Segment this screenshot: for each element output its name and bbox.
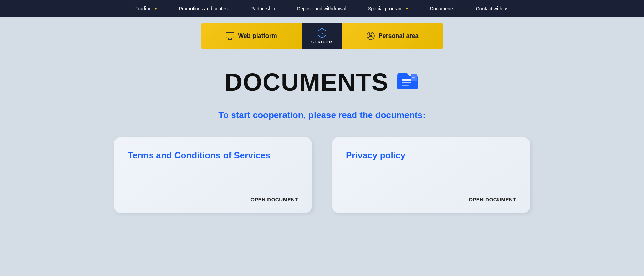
special-dropdown-arrow: [405, 8, 408, 10]
logo-text: STRIFOR: [311, 40, 333, 44]
page-title: DOCUMENTS: [225, 68, 389, 96]
nav-item-contact[interactable]: Contact with us: [465, 0, 520, 17]
svg-rect-0: [226, 32, 234, 38]
terms-open-document-link[interactable]: OPEN DOCUMENT: [128, 197, 298, 202]
cards-row: Terms and Conditions of Services OPEN DO…: [83, 137, 561, 213]
nav-item-deposit[interactable]: Deposit and withdrawal: [286, 0, 357, 17]
nav-special-label: Special program: [368, 6, 403, 11]
nav-partnership-label: Partnership: [251, 6, 275, 11]
nav-item-promotions[interactable]: Promotions and contest: [168, 0, 240, 17]
logo-icon: S: [317, 28, 327, 39]
svg-rect-10: [402, 82, 411, 83]
logo: S STRIFOR: [302, 23, 342, 49]
page-title-row: DOCUMENTS: [225, 68, 419, 96]
nav-trading-label: Trading: [136, 6, 152, 11]
nav-item-documents[interactable]: Documents: [419, 0, 465, 17]
nav-item-trading[interactable]: Trading: [125, 0, 168, 17]
nav-item-special[interactable]: Special program: [357, 0, 419, 17]
svg-rect-13: [412, 76, 416, 76]
person-icon: [367, 32, 375, 40]
nav-documents-label: Documents: [430, 6, 454, 11]
page-subtitle: To start cooperation, please read the do…: [218, 110, 426, 120]
documents-icon: [396, 69, 419, 96]
personal-area-label: Personal area: [378, 32, 418, 40]
terms-card-title: Terms and Conditions of Services: [128, 150, 298, 161]
nav-item-partnership[interactable]: Partnership: [240, 0, 286, 17]
svg-text:S: S: [321, 31, 324, 35]
personal-area-button[interactable]: Personal area: [342, 23, 443, 49]
svg-rect-14: [412, 77, 415, 78]
privacy-card[interactable]: Privacy policy OPEN DOCUMENT: [332, 137, 530, 213]
svg-rect-11: [402, 85, 409, 86]
nav-deposit-label: Deposit and withdrawal: [297, 6, 346, 11]
svg-point-6: [369, 33, 372, 36]
main-content: DOCUMENTS To start cooperation, please r…: [0, 55, 644, 226]
main-nav: Trading Promotions and contest Partnersh…: [0, 0, 644, 17]
privacy-card-title: Privacy policy: [346, 150, 516, 161]
privacy-open-document-link[interactable]: OPEN DOCUMENT: [346, 197, 516, 202]
nav-contact-label: Contact with us: [476, 6, 509, 11]
monitor-icon: [226, 32, 234, 40]
nav-promotions-label: Promotions and contest: [179, 6, 229, 11]
terms-card[interactable]: Terms and Conditions of Services OPEN DO…: [114, 137, 312, 213]
trading-dropdown-arrow: [154, 8, 157, 10]
hero-bar: Web platform S STRIFOR Personal area: [0, 17, 644, 55]
web-platform-button[interactable]: Web platform: [201, 23, 302, 49]
web-platform-label: Web platform: [238, 32, 277, 40]
